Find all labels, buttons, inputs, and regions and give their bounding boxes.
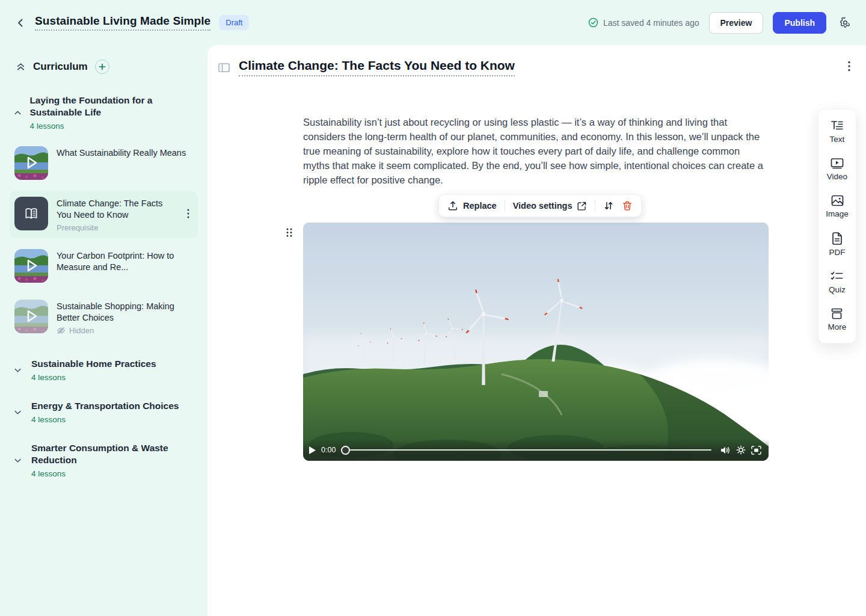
curriculum-title: Curriculum: [33, 61, 88, 73]
insert-video-button[interactable]: Video: [827, 158, 847, 181]
collapse-all-button[interactable]: [16, 62, 26, 72]
lesson-page-title[interactable]: Climate Change: The Facts You Need to Kn…: [239, 58, 515, 76]
lesson-paragraph[interactable]: Sustainability isn’t just about recyclin…: [303, 115, 769, 187]
section-lesson-count: 4 lessons: [31, 373, 156, 382]
lesson-title: Sustainable Shopping: Making Better Choi…: [57, 301, 192, 324]
lesson-item-selected[interactable]: Climate Change: The Facts You Need to Kn…: [10, 191, 198, 238]
lesson-editor-panel: Climate Change: The Facts You Need to Kn…: [207, 45, 866, 616]
video-player[interactable]: 0:00: [303, 223, 769, 461]
chevron-down-icon: [13, 400, 24, 424]
video-block-toolbar: Replace Video settings: [438, 194, 642, 217]
section-header[interactable]: Smarter Consumption & Waste Reduction 4 …: [10, 441, 198, 479]
chevron-up-icon: [13, 94, 22, 131]
settings-button[interactable]: [836, 14, 854, 32]
lesson-title: What Sustainability Really Means: [57, 147, 186, 159]
toolbar-divider: [505, 200, 505, 212]
video-controls: 0:00: [303, 439, 769, 461]
lesson-header: Climate Change: The Facts You Need to Kn…: [207, 45, 866, 76]
last-saved-status: Last saved 4 minutes ago: [588, 17, 699, 28]
replace-button[interactable]: Replace: [447, 200, 497, 211]
double-chevron-up-icon: [16, 62, 26, 72]
video-timestamp: 0:00: [321, 446, 336, 454]
chevron-down-icon: [13, 442, 24, 478]
insert-pdf-button[interactable]: PDF: [829, 232, 846, 257]
video-thumbnail: [14, 300, 48, 333]
lesson-title: Climate Change: The Facts You Need to Kn…: [57, 198, 176, 221]
preview-button[interactable]: Preview: [709, 12, 764, 34]
volume-icon: [720, 446, 731, 455]
status-badge: Draft: [219, 15, 249, 30]
progress-scrubber[interactable]: [341, 446, 350, 455]
curriculum-section: Sustainable Home Practices 4 lessons: [10, 357, 198, 383]
pdf-document-icon: [832, 232, 843, 245]
video-progress-bar[interactable]: [341, 446, 711, 455]
play-icon: [309, 446, 316, 454]
fullscreen-icon: [751, 446, 761, 455]
text-icon: [831, 120, 844, 132]
chevron-left-icon: [15, 17, 26, 28]
video-thumbnail: [14, 249, 48, 283]
delete-block-button[interactable]: [622, 200, 633, 211]
plus-icon: [99, 63, 106, 70]
fullscreen-button[interactable]: [751, 446, 761, 455]
publish-button[interactable]: Publish: [773, 12, 826, 34]
course-title[interactable]: Sustainable Living Made Simple: [35, 14, 210, 31]
image-icon: [831, 195, 844, 206]
section-header[interactable]: Sustainable Home Practices 4 lessons: [10, 357, 198, 383]
lesson-list: What Sustainability Really Means Climate…: [10, 140, 198, 341]
lesson-hidden-status: Hidden: [57, 326, 192, 335]
main-layout: Curriculum Laying the Foundation for a S…: [0, 45, 866, 616]
play-button[interactable]: [309, 446, 316, 454]
insert-more-button[interactable]: More: [828, 308, 847, 331]
volume-button[interactable]: [720, 446, 731, 455]
section-lesson-count: 4 lessons: [31, 415, 179, 424]
lesson-item[interactable]: What Sustainability Really Means: [10, 140, 198, 186]
back-button[interactable]: [12, 14, 29, 31]
lesson-options-button[interactable]: [846, 58, 853, 76]
section-lesson-count: 4 lessons: [31, 469, 170, 478]
section-lesson-count: 4 lessons: [29, 122, 198, 131]
insert-block-toolbar: Text Video Image PDF Quiz: [818, 109, 856, 343]
section-header[interactable]: Laying the Foundation for a Sustainable …: [10, 93, 198, 132]
lesson-options-button[interactable]: [185, 206, 192, 223]
insert-image-button[interactable]: Image: [826, 195, 849, 218]
insert-text-button[interactable]: Text: [830, 120, 845, 144]
section-title: Energy & Transportation Choices: [31, 400, 179, 412]
video-settings-button[interactable]: Video settings: [513, 201, 588, 211]
video-settings-button[interactable]: [736, 445, 746, 455]
lesson-item-hidden[interactable]: Sustainable Shopping: Making Better Choi…: [10, 294, 198, 341]
panel-toggle-button[interactable]: [218, 63, 230, 73]
section-title: Smarter Consumption & Waste Reduction: [31, 442, 170, 466]
kebab-menu-icon: [848, 61, 850, 72]
swap-arrows-icon: [603, 200, 614, 211]
chevron-down-icon: [13, 358, 24, 382]
trash-icon: [622, 200, 633, 211]
add-section-button[interactable]: [95, 60, 109, 74]
curriculum-header: Curriculum: [10, 56, 198, 78]
block-drag-handle[interactable]: [286, 227, 293, 240]
sidebar-panel-icon: [218, 63, 230, 73]
lesson-subtitle: Prerequisite: [57, 223, 176, 232]
gear-icon: [736, 445, 746, 455]
quiz-checklist-icon: [831, 271, 843, 282]
video-frame-windfarm: [303, 223, 769, 461]
kebab-menu-icon: [187, 209, 189, 218]
eye-off-icon: [57, 326, 66, 335]
lesson-title: Your Carbon Footprint: How to Measure an…: [57, 250, 192, 273]
topbar-actions: Last saved 4 minutes ago Preview Publish: [588, 12, 854, 34]
insert-quiz-button[interactable]: Quiz: [829, 271, 846, 294]
lesson-item[interactable]: Your Carbon Footprint: How to Measure an…: [10, 243, 198, 289]
external-link-icon: [577, 201, 587, 211]
topbar: Sustainable Living Made Simple Draft Las…: [0, 0, 866, 45]
progress-track[interactable]: [350, 449, 711, 451]
book-open-icon: [23, 206, 39, 221]
curriculum-sidebar: Curriculum Laying the Foundation for a S…: [0, 45, 207, 616]
curriculum-section: Energy & Transportation Choices 4 lesson…: [10, 399, 198, 425]
drag-dots-icon: [286, 227, 293, 238]
upload-icon: [447, 200, 458, 211]
reorder-button[interactable]: [603, 200, 614, 211]
check-circle-icon: [588, 17, 598, 28]
section-header[interactable]: Energy & Transportation Choices 4 lesson…: [10, 399, 198, 425]
reading-lesson-tile: [14, 197, 48, 230]
gear-icon: [839, 16, 852, 29]
